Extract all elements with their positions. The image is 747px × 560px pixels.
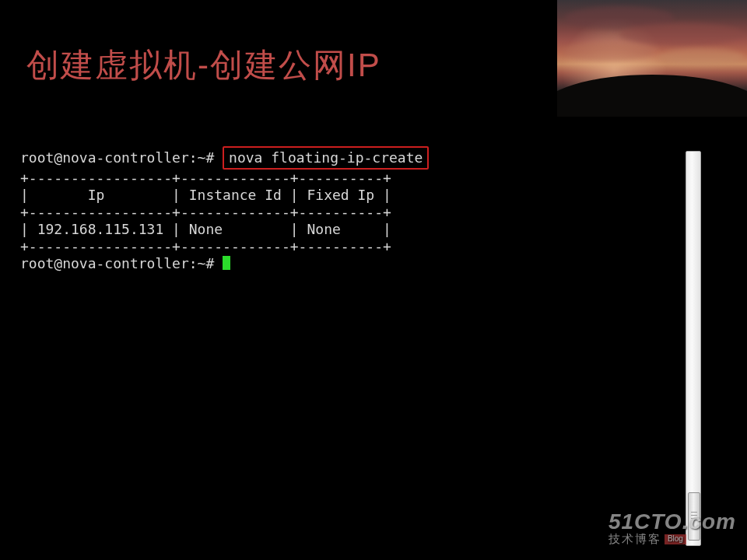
cloud-shape — [619, 23, 744, 45]
slide-title: 创建虚拟机-创建公网IP — [26, 44, 381, 87]
sunset-image — [557, 0, 747, 117]
watermark: 51CTO.com 技术博客Blog — [608, 510, 736, 546]
cursor-block — [223, 256, 230, 270]
table-divider: +-----------------+-------------+-------… — [20, 204, 391, 220]
table-divider: +-----------------+-------------+-------… — [20, 238, 391, 254]
table-header-row: | Ip | Instance Id | Fixed Ip | — [20, 187, 391, 203]
cloud-shape — [658, 48, 744, 65]
watermark-site: 51CTO.com — [608, 510, 736, 533]
shell-prompt: root@nova-controller:~# — [20, 255, 214, 271]
cloud-shape — [561, 43, 654, 61]
sunset-horizon — [557, 75, 747, 117]
terminal-window: root@nova-controller:~# nova floating-ip… — [12, 118, 714, 560]
table-data-row: | 192.168.115.131 | None | None | — [20, 221, 391, 237]
table-divider: +-----------------+-------------+-------… — [20, 170, 391, 186]
slide-header: 创建虚拟机-创建公网IP — [0, 0, 747, 118]
watermark-badge: Blog — [665, 534, 686, 544]
watermark-subtitle: 技术博客 — [608, 532, 661, 545]
slide: 创建虚拟机-创建公网IP root@nova-controller:~# nov… — [0, 0, 747, 560]
shell-prompt: root@nova-controller:~# — [20, 149, 214, 166]
vertical-scrollbar[interactable] — [686, 151, 701, 546]
terminal-output: root@nova-controller:~# nova floating-ip… — [12, 118, 693, 560]
highlighted-command: nova floating-ip-create — [223, 146, 429, 170]
